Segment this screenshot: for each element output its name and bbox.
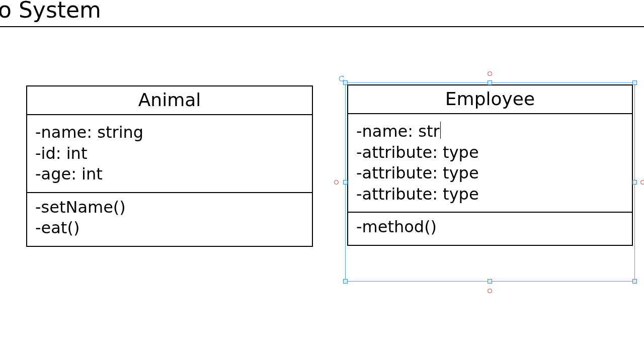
uml-class-employee[interactable]: Employee -name: str -attribute: type -at… <box>347 84 633 246</box>
class-method: -setName() <box>35 197 304 218</box>
resize-handle-e[interactable] <box>632 180 637 185</box>
resize-handle-sw[interactable] <box>343 279 348 284</box>
glue-point-w[interactable] <box>334 180 339 185</box>
class-attribute-editing[interactable]: -name: str <box>356 121 624 142</box>
class-method: -method() <box>356 217 624 238</box>
class-method: -eat() <box>35 218 304 239</box>
class-attributes[interactable]: -name: str -attribute: type -attribute: … <box>348 114 632 213</box>
text-caret <box>440 122 441 139</box>
glue-point-e[interactable] <box>640 180 644 185</box>
class-methods[interactable]: -setName() -eat() <box>27 193 312 246</box>
diagram-canvas[interactable]: Animal -name: string -id: int -age: int … <box>0 0 644 362</box>
editing-text: -name: str <box>356 122 440 141</box>
glue-point-s[interactable] <box>488 289 492 293</box>
class-name[interactable]: Employee <box>348 85 632 114</box>
rotate-handle[interactable] <box>338 75 345 82</box>
class-attribute: -attribute: type <box>356 142 624 163</box>
class-attribute: -age: int <box>35 164 304 185</box>
glue-point-n[interactable] <box>488 71 492 76</box>
resize-handle-s[interactable] <box>488 279 492 284</box>
class-name[interactable]: Animal <box>27 86 312 115</box>
class-methods[interactable]: -method() <box>348 213 632 245</box>
resize-handle-se[interactable] <box>632 279 637 284</box>
class-attribute: -name: string <box>35 122 304 143</box>
class-attribute: -attribute: type <box>356 184 624 205</box>
class-attribute: -id: int <box>35 143 304 164</box>
uml-class-animal[interactable]: Animal -name: string -id: int -age: int … <box>26 85 313 247</box>
resize-handle-ne[interactable] <box>632 80 637 85</box>
class-attributes[interactable]: -name: string -id: int -age: int <box>27 115 312 193</box>
class-attribute: -attribute: type <box>356 163 624 184</box>
